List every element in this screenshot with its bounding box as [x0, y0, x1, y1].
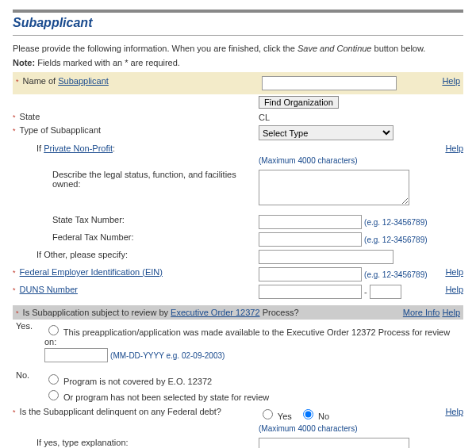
delinquent-no-radio[interactable]: [303, 409, 313, 419]
describe-textarea[interactable]: [259, 170, 409, 205]
eo-no-radio-2[interactable]: [48, 390, 59, 400]
state-tax-hint: (e.g. 12-3456789): [364, 218, 428, 227]
state-tax-input[interactable]: [259, 215, 362, 229]
if-other-label: If Other, please specify:: [13, 250, 259, 259]
help-link[interactable]: Help: [445, 144, 463, 153]
if-yes-label: If yes, type explanation:: [13, 438, 259, 447]
name-label-prefix: Name of: [23, 76, 59, 86]
eo-yes-text: This preapplication/application was made…: [44, 327, 450, 347]
help-link[interactable]: Help: [442, 308, 460, 317]
yes-label: Yes.: [13, 321, 44, 331]
more-info-link[interactable]: More Info: [403, 308, 440, 317]
eo-link[interactable]: Executive Order 12372: [171, 308, 260, 317]
subapplicant-link[interactable]: Subapplicant: [58, 76, 109, 86]
duns-input-2[interactable]: [370, 285, 401, 299]
eo-no-radio-1[interactable]: [48, 374, 59, 385]
required-marker: *: [13, 286, 16, 294]
fein-input[interactable]: [259, 267, 362, 281]
fein-hint: (e.g. 12-3456789): [364, 270, 428, 279]
duns-link[interactable]: DUNS Number: [20, 285, 78, 294]
eo-suffix: Process?: [260, 308, 299, 317]
if-pnp-prefix: If: [36, 144, 44, 153]
eo-prefix: Is Subapplication subject to review by: [23, 308, 171, 317]
subapplicant-name-input[interactable]: [262, 76, 397, 90]
if-other-input[interactable]: [259, 250, 393, 264]
eo-date-input[interactable]: [44, 348, 108, 362]
fed-tax-input[interactable]: [259, 232, 362, 247]
required-marker: *: [13, 127, 16, 135]
max-chars-hint: (Maximum 4000 characters): [259, 156, 440, 165]
eo-date-hint: (MM-DD-YYYY e.g. 02-09-2003): [110, 351, 225, 360]
help-link[interactable]: Help: [445, 285, 463, 294]
delinquent-textarea[interactable]: [259, 438, 409, 448]
required-marker: *: [16, 78, 19, 86]
page-title: Subapplicant: [13, 16, 463, 30]
required-marker: *: [16, 309, 19, 317]
fein-link[interactable]: Federal Employer Identification (EIN): [20, 267, 163, 277]
eo-no-text-2: Or program has not been selected by stat…: [63, 392, 269, 402]
private-non-profit-link[interactable]: Private Non-Profit: [44, 144, 113, 153]
describe-label: Describe the legal status, function, and…: [13, 170, 259, 189]
pnp-colon: :: [113, 144, 115, 153]
required-marker: *: [13, 269, 16, 277]
no-label: No.: [13, 370, 44, 380]
help-link[interactable]: Help: [445, 407, 463, 416]
fed-tax-hint: (e.g. 12-3456789): [364, 235, 428, 244]
eo-yes-radio[interactable]: [48, 325, 59, 335]
help-link[interactable]: Help: [445, 267, 463, 277]
state-label: State: [20, 112, 40, 121]
state-tax-label: State Tax Number:: [13, 215, 259, 224]
help-link[interactable]: Help: [442, 76, 460, 86]
duns-input-1[interactable]: [259, 285, 362, 299]
delinquent-yes-label: Yes: [278, 412, 292, 421]
required-marker: *: [13, 113, 16, 121]
type-label: Type of Subapplicant: [19, 125, 101, 135]
delinquent-no-label: No: [318, 412, 329, 421]
delinquent-label: Is the Subapplicant delinquent on any Fe…: [20, 407, 221, 416]
duns-dash: -: [362, 287, 370, 297]
fed-tax-label: Federal Tax Number:: [13, 232, 259, 242]
find-organization-button[interactable]: Find Organization: [259, 96, 339, 109]
type-select[interactable]: Select Type: [259, 125, 393, 140]
note-text: Note: Fields marked with an * are requir…: [13, 58, 463, 67]
delinquent-yes-radio[interactable]: [263, 409, 273, 419]
eo-no-text-1: Program is not covered by E.O. 12372: [63, 377, 212, 386]
required-marker: *: [13, 408, 16, 416]
state-value: CL: [259, 112, 440, 122]
max-chars-hint: (Maximum 4000 characters): [259, 424, 440, 433]
intro-text: Please provide the following information…: [13, 44, 463, 53]
